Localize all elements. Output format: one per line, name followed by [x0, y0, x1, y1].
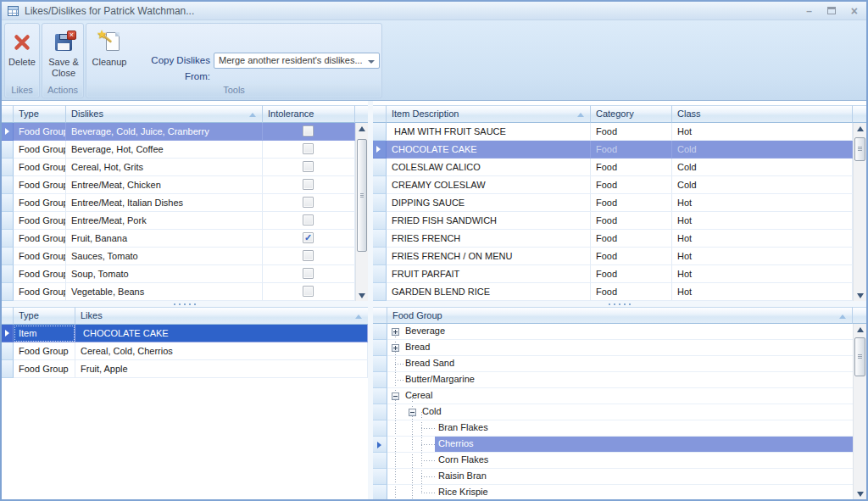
cleanup-wand-icon: ★	[99, 31, 120, 53]
tree-node-label: Corn Flakes	[435, 453, 492, 469]
table-row[interactable]: COLESLAW CALICO Food Cold	[373, 159, 853, 176]
column-header-intolerance-label: Intolerance	[263, 109, 314, 119]
column-header-type[interactable]: Type	[14, 105, 66, 123]
table-row[interactable]: Food Group Entree/Meat, Chicken ✓	[2, 176, 355, 194]
table-row[interactable]: CHOCOLATE CAKE Food Cold	[373, 141, 853, 159]
maximize-button[interactable]	[827, 6, 836, 16]
scrollbar-thumb[interactable]	[854, 137, 865, 161]
collapse-minus-icon[interactable]	[409, 409, 416, 416]
scrollbar-thumb[interactable]	[854, 337, 865, 376]
table-row[interactable]: Food Group Cereal, Hot, Grits ✓	[2, 159, 355, 176]
intolerance-checkbox[interactable]: ✓	[303, 250, 314, 261]
scroll-up-button[interactable]	[356, 123, 368, 135]
table-row[interactable]: Food Group Vegetable, Beans ✓	[2, 283, 355, 301]
cell-class: Cold	[672, 141, 853, 159]
minimize-button[interactable]: –	[806, 6, 812, 16]
intolerance-checkbox[interactable]: ✓	[303, 125, 314, 136]
scroll-up-button[interactable]	[854, 123, 866, 135]
cell-category: Food	[591, 176, 672, 194]
table-row[interactable]: Food Group Sauces, Tomato ✓	[2, 248, 355, 265]
table-row[interactable]: FRUIT PARFAIT Food Hot	[373, 265, 853, 283]
column-header-dislikes[interactable]: Dislikes	[66, 105, 263, 123]
save-close-button[interactable]: Save & Close	[43, 25, 84, 79]
table-row[interactable]: Food Group Cereal, Cold, Cherrios	[2, 342, 368, 360]
scroll-up-button[interactable]	[854, 324, 866, 336]
table-row[interactable]: Item CHOCOLATE CAKE	[2, 325, 368, 342]
cell-dislikes: Vegetable, Beans	[66, 283, 263, 301]
tree-node[interactable]: Beverage	[373, 324, 853, 340]
tree-node[interactable]: Cherrios	[373, 437, 853, 453]
close-button[interactable]: ×	[851, 6, 858, 16]
row-indicator	[373, 141, 387, 159]
table-row[interactable]: HAM WITH FRUIT SAUCE Food Hot	[373, 123, 853, 141]
table-row[interactable]: FRIES FRENCH / ON MENU Food Hot	[373, 248, 853, 265]
tree-node[interactable]: Cereal	[373, 388, 853, 404]
scroll-down-button[interactable]	[854, 289, 866, 301]
table-row[interactable]: Food Group Fruit, Apple	[2, 360, 368, 378]
table-row[interactable]: Food Group Beverage, Cold, Juice, Cranbe…	[2, 123, 355, 141]
tree-node[interactable]: Raisin Bran	[373, 469, 853, 485]
delete-button[interactable]: Delete	[5, 25, 39, 68]
scroll-down-button[interactable]	[854, 487, 866, 499]
vertical-scrollbar[interactable]	[355, 123, 368, 301]
intolerance-checkbox[interactable]: ✓	[303, 197, 314, 208]
table-row[interactable]: CREAMY COLESLAW Food Cold	[373, 176, 853, 194]
horizontal-splitter[interactable]	[2, 301, 368, 307]
cleanup-button[interactable]: ★ Cleanup	[89, 25, 130, 68]
intolerance-checkbox[interactable]: ✓	[303, 179, 314, 190]
table-row[interactable]: Food Group Entree/Meat, Pork ✓	[2, 212, 355, 230]
intolerance-checkbox[interactable]: ✓	[303, 161, 314, 172]
column-header-type[interactable]: Type	[14, 307, 75, 325]
cell-intolerance: ✓	[263, 265, 355, 283]
collapse-minus-icon[interactable]	[392, 392, 399, 400]
scrollbar-thumb[interactable]	[357, 139, 367, 252]
cell-intolerance: ✓	[263, 176, 355, 194]
tree-node[interactable]: Bread	[373, 340, 853, 356]
row-indicator	[373, 420, 387, 437]
column-header-category[interactable]: Category	[591, 105, 672, 123]
tree-node[interactable]: Bran Flakes	[373, 420, 853, 437]
row-arrow-icon	[377, 442, 381, 448]
table-row[interactable]: Food Group Soup, Tomato ✓	[2, 265, 355, 283]
row-indicator	[373, 324, 387, 340]
row-indicator	[373, 453, 387, 469]
intolerance-checkbox[interactable]: ✓	[303, 143, 314, 154]
column-header-item-description[interactable]: Item Description	[387, 105, 591, 123]
sort-ascending-icon	[839, 315, 846, 319]
cell-class: Hot	[672, 265, 853, 283]
expand-plus-icon[interactable]	[392, 328, 399, 336]
cell-item-description: FRIED FISH SANDWICH	[387, 212, 591, 230]
expand-plus-icon[interactable]	[392, 344, 399, 352]
vertical-scrollbar[interactable]	[853, 123, 866, 301]
row-indicator	[373, 248, 387, 265]
table-row[interactable]: GARDEN BLEND RICE Food Hot	[373, 283, 853, 301]
column-header-intolerance[interactable]: Intolerance	[263, 105, 355, 123]
row-indicator	[2, 159, 14, 176]
column-header-class[interactable]: Class	[672, 105, 853, 123]
tree-column-header[interactable]: Food Group	[387, 307, 853, 324]
scroll-down-button[interactable]	[356, 289, 368, 301]
tree-node[interactable]: Corn Flakes	[373, 453, 853, 469]
table-row[interactable]: DIPPING SAUCE Food Hot	[373, 194, 853, 212]
intolerance-checkbox[interactable]: ✓	[303, 286, 314, 297]
row-arrow-icon	[376, 146, 381, 153]
column-header-likes[interactable]: Likes	[75, 307, 368, 325]
vertical-scrollbar[interactable]	[853, 324, 866, 499]
row-indicator	[373, 283, 387, 301]
tree-node[interactable]: Butter/Margarine	[373, 372, 853, 388]
tree-node[interactable]: Cold	[373, 404, 853, 420]
table-row[interactable]: Food Group Beverage, Hot, Coffee ✓	[2, 141, 355, 159]
cell-intolerance: ✓	[263, 159, 355, 176]
tree-node[interactable]: Rice Krispie	[373, 485, 853, 499]
row-indicator	[373, 123, 387, 141]
table-row[interactable]: Food Group Fruit, Banana ✓	[2, 230, 355, 248]
intolerance-checkbox[interactable]: ✓	[303, 232, 314, 243]
horizontal-splitter[interactable]	[373, 301, 866, 307]
intolerance-checkbox[interactable]: ✓	[303, 214, 314, 225]
table-row[interactable]: Food Group Entree/Meat, Italian Dishes ✓	[2, 194, 355, 212]
tree-node[interactable]: Bread Sand	[373, 356, 853, 372]
table-row[interactable]: FRIES FRENCH Food Hot	[373, 230, 853, 248]
copy-dislikes-combo[interactable]: Merge another resident's dislikes...	[214, 53, 380, 69]
table-row[interactable]: FRIED FISH SANDWICH Food Hot	[373, 212, 853, 230]
intolerance-checkbox[interactable]: ✓	[303, 268, 314, 279]
